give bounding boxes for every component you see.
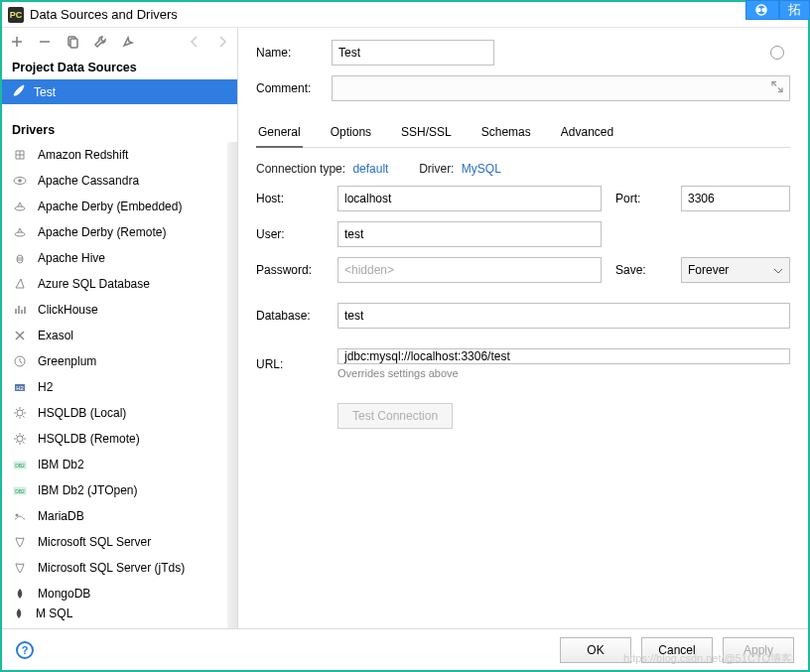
add-button[interactable] — [8, 33, 26, 51]
driver-item[interactable]: Microsoft SQL Server (jTds) — [2, 555, 227, 581]
user-input[interactable] — [338, 221, 602, 247]
ok-button[interactable]: OK — [560, 637, 631, 663]
url-hint: Overrides settings above — [338, 367, 790, 379]
host-input[interactable] — [338, 186, 602, 211]
bars-icon — [12, 302, 28, 318]
wrench-button[interactable] — [91, 33, 109, 51]
driver-item[interactable]: Apache Cassandra — [2, 168, 227, 194]
database-input[interactable] — [338, 303, 790, 329]
project-data-sources-header: Project Data Sources — [2, 56, 237, 79]
save-select-value: Forever — [688, 263, 729, 277]
scrollbar[interactable] — [227, 142, 237, 628]
driver-item[interactable]: Azure SQL Database — [2, 271, 227, 297]
mssql-icon — [12, 560, 28, 576]
remove-button[interactable] — [36, 33, 54, 51]
x-icon — [12, 328, 28, 343]
svg-point-5 — [18, 179, 22, 183]
driver-item[interactable]: DB2IBM Db2 (JTOpen) — [2, 477, 227, 503]
port-input[interactable] — [681, 186, 790, 211]
driver-label: Microsoft SQL Server — [38, 535, 151, 549]
driver-item[interactable]: Apache Derby (Embedded) — [2, 194, 227, 219]
copy-button[interactable] — [64, 33, 81, 51]
driver-label: IBM Db2 — [38, 458, 84, 471]
svg-rect-3 — [70, 39, 77, 48]
hat-icon — [12, 224, 28, 240]
back-button[interactable] — [186, 33, 203, 51]
connection-type-label: Connection type: — [256, 162, 345, 176]
h2-icon: H2 — [12, 379, 28, 395]
color-circle-icon[interactable] — [770, 46, 784, 60]
bee-icon — [12, 250, 28, 266]
driver-item[interactable]: ClickHouse — [2, 297, 227, 323]
tab-sshssl[interactable]: SSH/SSL — [399, 119, 454, 147]
url-input[interactable] — [338, 348, 790, 364]
driver-item[interactable]: MongoDB — [2, 581, 227, 606]
clock-icon — [12, 353, 28, 369]
datasource-label: Test — [34, 85, 56, 99]
svg-point-1 — [761, 8, 765, 12]
driver-item[interactable]: H2H2 — [2, 374, 227, 400]
title-bar: PC Data Sources and Drivers — [2, 2, 808, 28]
gear-icon — [12, 405, 28, 421]
redshift-icon — [12, 147, 28, 163]
driver-item[interactable]: Apache Derby (Remote) — [2, 219, 227, 245]
password-input[interactable] — [338, 257, 602, 283]
driver-label: Apache Derby (Remote) — [38, 225, 166, 239]
driver-label: IBM Db2 (JTOpen) — [38, 483, 137, 497]
driver-label: Apache Cassandra — [38, 174, 139, 188]
svg-point-0 — [756, 8, 760, 12]
forward-button[interactable] — [213, 33, 231, 51]
driver-item[interactable]: HSQLDB (Remote) — [2, 426, 227, 452]
svg-point-10 — [17, 410, 23, 416]
driver-label: H2 — [38, 380, 53, 394]
driver-label: Azure SQL Database — [38, 277, 150, 291]
window-title: Data Sources and Drivers — [30, 7, 178, 22]
hat-icon — [12, 199, 28, 214]
driver-item[interactable]: Microsoft SQL Server — [2, 529, 227, 555]
driver-item[interactable]: MariaDB — [2, 503, 227, 529]
datasource-item-test[interactable]: Test — [2, 79, 237, 104]
mssql-icon — [12, 534, 28, 550]
url-label: URL: — [256, 357, 324, 371]
apply-button[interactable]: Apply — [723, 637, 794, 663]
driver-item[interactable]: Exasol — [2, 323, 227, 348]
tab-advanced[interactable]: Advanced — [559, 119, 615, 147]
driver-label: ClickHouse — [38, 303, 98, 317]
driver-label: HSQLDB (Remote) — [38, 432, 140, 446]
driver-link[interactable]: MySQL — [462, 162, 501, 176]
driver-label: Apache Derby (Embedded) — [38, 200, 182, 213]
app-icon: PC — [8, 7, 24, 23]
driver-label: Apache Hive — [38, 251, 105, 265]
driver-label: Exasol — [38, 329, 73, 342]
driver-label: Driver: — [419, 162, 454, 176]
comment-input[interactable] — [332, 75, 790, 101]
revert-button[interactable] — [119, 33, 137, 51]
expand-icon[interactable] — [771, 81, 783, 96]
driver-item[interactable]: HSQLDB (Local) — [2, 400, 227, 426]
name-label: Name: — [256, 46, 320, 60]
help-button[interactable]: ? — [16, 641, 34, 659]
tab-schemas[interactable]: Schemas — [479, 119, 533, 147]
tab-options[interactable]: Options — [329, 119, 373, 147]
save-select[interactable]: Forever — [681, 257, 790, 283]
tab-bar: GeneralOptionsSSH/SSLSchemasAdvanced — [256, 119, 790, 148]
port-label: Port: — [615, 192, 667, 205]
test-connection-button[interactable]: Test Connection — [338, 403, 453, 429]
driver-item[interactable]: M SQL — [2, 606, 227, 620]
driver-item[interactable]: DB2IBM Db2 — [2, 452, 227, 477]
left-toolbar — [2, 28, 237, 56]
leaf-icon — [12, 606, 26, 620]
driver-item[interactable]: Greenplum — [2, 348, 227, 374]
driver-item[interactable]: Amazon Redshift — [2, 142, 227, 168]
name-input[interactable] — [332, 40, 494, 66]
cancel-button[interactable]: Cancel — [641, 637, 713, 663]
driver-item[interactable]: Apache Hive — [2, 245, 227, 271]
db2-icon: DB2 — [12, 482, 28, 498]
tab-general[interactable]: General — [256, 119, 303, 147]
driver-label: Greenplum — [38, 354, 96, 368]
connection-type-link[interactable]: default — [352, 162, 388, 176]
driver-label: MongoDB — [38, 587, 90, 601]
gear-icon — [12, 431, 28, 447]
comment-label: Comment: — [256, 81, 320, 95]
host-label: Host: — [256, 192, 324, 205]
